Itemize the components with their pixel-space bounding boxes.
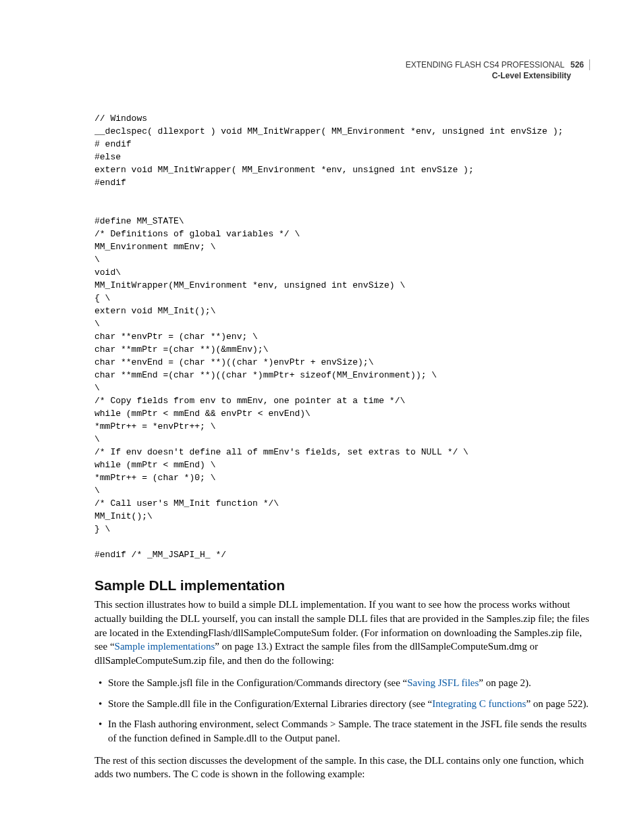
chapter-title: C-Level Extensibility [95, 70, 590, 81]
running-header: EXTENDING FLASH CS4 PROFESSIONAL 526 C-L… [95, 59, 590, 81]
list-item: In the Flash authoring environment, sele… [95, 717, 590, 745]
text-run: In the Flash authoring environment, sele… [108, 719, 587, 744]
link-integrating-c-functions[interactable]: Integrating C functions [432, 698, 526, 709]
text-run: Store the Sample.jsfl file in the Config… [108, 677, 407, 688]
text-run: ” on page 2). [479, 677, 531, 688]
header-line1: EXTENDING FLASH CS4 PROFESSIONAL 526 [406, 59, 590, 70]
section-heading: Sample DLL implementation [95, 577, 590, 594]
text-run: ” on page 522). [526, 698, 588, 709]
closing-paragraph: The rest of this section discusses the d… [95, 754, 590, 781]
page-content: EXTENDING FLASH CS4 PROFESSIONAL 526 C-L… [0, 0, 644, 830]
link-saving-jsfl-files[interactable]: Saving JSFL files [407, 677, 479, 688]
text-run: Store the Sample.dll file in the Configu… [108, 698, 432, 709]
book-title: EXTENDING FLASH CS4 PROFESSIONAL [406, 60, 564, 70]
bullet-list: Store the Sample.jsfl file in the Config… [95, 676, 590, 746]
page-number: 526 [566, 60, 584, 70]
intro-paragraph: This section illustrates how to build a … [95, 598, 590, 667]
link-sample-implementations[interactable]: Sample implementations [115, 641, 215, 652]
code-listing: // Windows __declspec( dllexport ) void … [95, 112, 590, 561]
list-item: Store the Sample.dll file in the Configu… [95, 697, 590, 711]
list-item: Store the Sample.jsfl file in the Config… [95, 676, 590, 690]
